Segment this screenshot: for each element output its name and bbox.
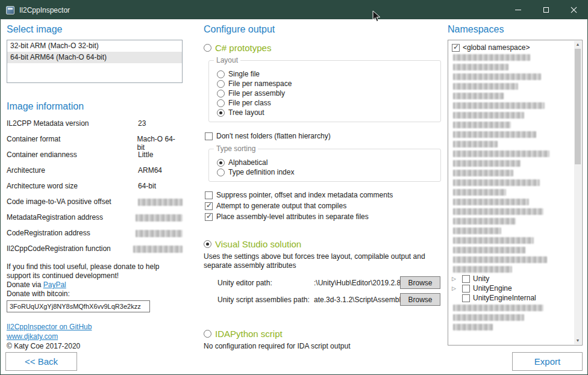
checkbox-attempt[interactable]: Attempt to generate output that compiles — [205, 200, 445, 211]
redacted-namespace — [453, 266, 512, 273]
scrollbar-thumb[interactable] — [575, 49, 581, 164]
path-field-row: Unity editor path::\Unity\Hub\Editor\201… — [217, 276, 440, 289]
github-link[interactable]: Il2CppInspector on GitHub — [7, 322, 183, 332]
info-value — [138, 197, 183, 206]
namespace-item[interactable]: ▷Unity — [452, 274, 574, 284]
namespace-label: <global namespace> — [463, 43, 530, 52]
info-row: ArchitectureARM64 — [7, 166, 183, 182]
redacted-namespace — [453, 305, 543, 311]
close-icon — [571, 7, 577, 13]
left-panel: Select image 32-bit ARM (Mach-O 32-bit)6… — [7, 19, 183, 374]
namespace-label: UnityEngineInternal — [473, 294, 536, 302]
redacted-namespace — [453, 189, 506, 196]
expander-icon[interactable]: ▷ — [452, 274, 459, 284]
radio-icon — [217, 80, 225, 88]
namespace-item — [452, 139, 574, 149]
info-label: Il2CppCodeRegistration function — [7, 244, 133, 253]
back-button[interactable]: << Back — [5, 352, 77, 371]
image-list-item[interactable]: 64-bit ARM64 (Mach-O 64-bit) — [7, 52, 182, 63]
titlebar[interactable]: Il2CppInspector — [1, 1, 587, 19]
expander-icon[interactable]: ▷ — [452, 284, 459, 293]
image-info-table: IL2CPP Metadata version23Container forma… — [7, 119, 183, 260]
browse-button[interactable]: Browse — [400, 276, 440, 289]
checkbox-icon — [205, 191, 213, 199]
scrollbar-up-arrow[interactable]: ▲ — [574, 41, 581, 48]
info-row: MetadataRegistration address — [7, 213, 183, 229]
export-button[interactable]: Export — [512, 352, 583, 371]
radio-option-alphabetical[interactable]: Alphabetical — [217, 158, 434, 167]
layout-options: Single fileFile per namespaceFile per as… — [217, 69, 434, 117]
namespace-item — [452, 101, 574, 110]
type-sorting-groupbox: Type sorting AlphabeticalType definition… — [208, 149, 441, 182]
browse-button[interactable]: Browse — [400, 293, 440, 306]
redacted-namespace — [453, 179, 540, 186]
image-list-item[interactable]: 32-bit ARM (Mach-O 32-bit) — [7, 40, 182, 52]
namespace-checkbox[interactable] — [452, 44, 460, 52]
namespace-item[interactable]: <global namespace> — [452, 43, 574, 52]
idapython-description: No configuration required for IDA script… — [204, 342, 440, 351]
radio-option-tree-layout[interactable]: Tree layout — [217, 108, 434, 117]
path-field-value: :\Unity\Hub\Editor\2019.2.8f1 — [314, 279, 400, 287]
visual-studio-solution-label: Visual Studio solution — [215, 239, 301, 249]
namespace-item — [452, 62, 574, 72]
radio-option-label: Alphabetical — [228, 158, 267, 167]
radio-option-label: File per class — [228, 99, 271, 107]
info-row: IL2CPP Metadata version23 — [7, 119, 183, 135]
info-label: Container endianness — [7, 150, 138, 159]
redacted-namespace — [453, 199, 529, 205]
bitcoin-address-input[interactable] — [7, 300, 150, 312]
minimize-button[interactable] — [504, 1, 532, 19]
image-list[interactable]: 32-bit ARM (Mach-O 32-bit)64-bit ARM64 (… — [7, 40, 183, 83]
namespace-item — [452, 255, 574, 264]
namespace-item — [452, 187, 574, 197]
info-row: Architecture word size64-bit — [7, 182, 183, 197]
radio-option-type-definition-index[interactable]: Type definition index — [217, 167, 434, 177]
website-link[interactable]: www.djkaty.com — [7, 332, 183, 341]
namespace-checkbox[interactable] — [462, 275, 470, 283]
checkbox-label: Place assembly-level attributes in separ… — [216, 212, 369, 221]
radio-csharp-prototypes[interactable]: C# prototypes — [204, 43, 445, 53]
bitcoin-label: Donate with bitcoin: — [7, 290, 183, 299]
redacted-namespace — [453, 83, 518, 90]
radio-option-file-per-assembly[interactable]: File per assembly — [217, 88, 434, 98]
info-value: 64-bit — [138, 182, 156, 190]
radio-idapython-script[interactable]: IDAPython script — [204, 329, 445, 339]
namespace-item — [452, 226, 574, 235]
radio-option-label: Type definition index — [228, 168, 294, 176]
donate-paypal-line: Donate via PayPal — [7, 280, 183, 290]
namespace-item — [452, 52, 574, 62]
scrollbar-down-arrow[interactable]: ▼ — [574, 337, 581, 344]
path-field-value: ate.3d-3.1.2\ScriptAssemblies — [314, 296, 400, 304]
radio-option-file-per-class[interactable]: File per class — [217, 98, 434, 108]
checkbox-suppress[interactable]: Suppress pointer, offset and index metad… — [205, 190, 445, 200]
namespace-item[interactable]: UnityEngineInternal — [452, 293, 574, 303]
radio-option-file-per-namespace[interactable]: File per namespace — [217, 79, 434, 88]
image-info-header: Image information — [7, 96, 183, 112]
namespace-list: <global namespace>▷Unity▷UnityEngineUnit… — [452, 43, 574, 332]
maximize-button[interactable] — [532, 1, 560, 19]
namespace-checkbox[interactable] — [462, 294, 470, 302]
radio-visual-studio-solution[interactable]: Visual Studio solution — [204, 239, 445, 249]
close-button[interactable] — [560, 1, 587, 19]
visual-studio-description: Uses the settings above but forces tree … — [204, 252, 440, 270]
path-field-label: Unity script assemblies path: — [217, 296, 314, 304]
checkbox-place[interactable]: Place assembly-level attributes in separ… — [205, 211, 445, 222]
idapython-script-label: IDAPython script — [215, 329, 283, 339]
redacted-namespace — [453, 54, 530, 61]
namespace-item[interactable]: ▷UnityEngine — [452, 284, 574, 293]
info-label: MetadataRegistration address — [7, 213, 136, 222]
radio-icon — [217, 90, 225, 98]
namespace-label: UnityEngine — [473, 284, 512, 293]
paypal-link[interactable]: PayPal — [43, 280, 66, 289]
redacted-namespace — [453, 324, 493, 330]
info-label: CodeRegistration address — [7, 229, 136, 237]
namespace-item — [452, 81, 574, 91]
radio-option-single-file[interactable]: Single file — [217, 69, 434, 79]
namespace-scrollbar[interactable]: ▲ ▼ — [574, 41, 581, 344]
info-value — [133, 244, 183, 253]
redacted-namespace — [453, 314, 524, 321]
namespace-checkbox[interactable] — [462, 285, 470, 293]
checkbox-icon — [205, 132, 213, 140]
checkbox-flatten-hierarchy[interactable]: Don't nest folders (flatten hierarchy) — [205, 131, 445, 141]
radio-icon — [217, 169, 225, 176]
